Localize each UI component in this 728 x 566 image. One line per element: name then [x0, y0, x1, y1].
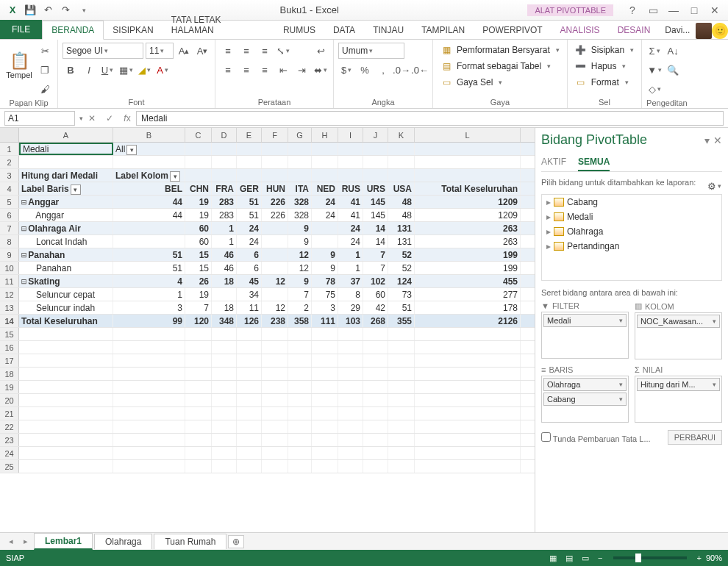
- cell[interactable]: [262, 394, 288, 406]
- column-header[interactable]: I: [338, 128, 363, 142]
- cell[interactable]: [212, 368, 237, 380]
- cell[interactable]: [185, 328, 212, 340]
- zoom-in-icon[interactable]: +: [693, 554, 706, 562]
- cell[interactable]: 263: [415, 222, 521, 234]
- cell[interactable]: RUS: [338, 182, 363, 195]
- row-header[interactable]: 24: [0, 447, 19, 459]
- increase-indent-icon[interactable]: ⇥: [293, 62, 310, 78]
- cell[interactable]: [388, 447, 415, 459]
- cell[interactable]: 9: [288, 235, 312, 248]
- cell[interactable]: [212, 407, 237, 420]
- row-header[interactable]: 9: [0, 248, 19, 261]
- name-box[interactable]: A1: [4, 111, 75, 126]
- cell[interactable]: [312, 460, 338, 473]
- cell[interactable]: [288, 156, 312, 168]
- column-header[interactable]: K: [388, 128, 415, 142]
- cell[interactable]: 48: [388, 209, 415, 221]
- cell[interactable]: [312, 381, 338, 393]
- cell[interactable]: [212, 354, 237, 367]
- cell[interactable]: 355: [388, 315, 415, 327]
- cell[interactable]: [113, 341, 185, 354]
- cell[interactable]: 44: [113, 196, 185, 208]
- cell[interactable]: 199: [415, 262, 521, 274]
- cell[interactable]: [363, 460, 388, 473]
- cell[interactable]: [338, 394, 363, 406]
- sheet-tab-1[interactable]: Lembar1: [34, 533, 93, 550]
- row-field-1[interactable]: Olahraga▾: [543, 378, 627, 391]
- cell[interactable]: 24: [338, 222, 363, 234]
- filter-field[interactable]: Medali▾: [543, 314, 627, 327]
- cell[interactable]: [388, 394, 415, 406]
- cell[interactable]: 1209: [415, 209, 521, 221]
- cell[interactable]: [338, 354, 363, 367]
- cell[interactable]: [415, 460, 521, 473]
- row-header[interactable]: 18: [0, 368, 19, 380]
- row-header[interactable]: 12: [0, 288, 19, 301]
- cell[interactable]: 24: [338, 235, 363, 248]
- tab-view[interactable]: TAMPILAN: [413, 21, 474, 39]
- cell[interactable]: 11: [237, 301, 262, 314]
- maximize-icon[interactable]: □: [685, 2, 703, 18]
- filter-drop-area[interactable]: Medali▾: [541, 312, 629, 359]
- row-header[interactable]: 8: [0, 235, 19, 248]
- cell[interactable]: 131: [388, 235, 415, 248]
- row-header[interactable]: 1: [0, 143, 19, 155]
- cell-styles-button[interactable]: ▭Gaya Sel▾: [438, 75, 563, 90]
- cell[interactable]: [185, 434, 212, 446]
- cell[interactable]: [185, 143, 212, 155]
- cell[interactable]: [388, 354, 415, 367]
- cell[interactable]: 75: [312, 288, 338, 301]
- format-cells-button[interactable]: ▭Format▾: [572, 75, 637, 90]
- column-header[interactable]: D: [212, 128, 237, 142]
- cell[interactable]: [262, 248, 288, 261]
- sheet-tab-3[interactable]: Tuan Rumah: [154, 534, 226, 549]
- cell[interactable]: 9: [312, 262, 338, 274]
- row-header[interactable]: 21: [0, 407, 19, 420]
- cell[interactable]: [185, 341, 212, 354]
- view-pagebreak-icon[interactable]: ▭: [577, 554, 593, 563]
- cell[interactable]: [262, 354, 288, 367]
- cell[interactable]: 131: [388, 222, 415, 234]
- cell[interactable]: [363, 341, 388, 354]
- cell[interactable]: 46: [212, 248, 237, 261]
- cell[interactable]: 2: [288, 301, 312, 314]
- refresh-button[interactable]: PERBARUI: [668, 430, 722, 445]
- cell[interactable]: Label Kolom▾: [113, 169, 185, 182]
- tab-layout[interactable]: TATA LETAK HALAMAN: [163, 11, 274, 39]
- cell[interactable]: 45: [237, 275, 262, 287]
- cell[interactable]: [113, 354, 185, 367]
- cell[interactable]: 1: [113, 288, 185, 301]
- cell[interactable]: 268: [363, 315, 388, 327]
- cell[interactable]: [388, 420, 415, 433]
- column-header[interactable]: F: [262, 128, 288, 142]
- row-header[interactable]: 11: [0, 275, 19, 287]
- cell[interactable]: [262, 447, 288, 459]
- collapse-icon[interactable]: ⊟: [21, 223, 26, 234]
- cell[interactable]: 46: [212, 262, 237, 274]
- cell[interactable]: [388, 434, 415, 446]
- cell[interactable]: 29: [338, 301, 363, 314]
- cell[interactable]: [388, 169, 415, 182]
- row-header[interactable]: 3: [0, 169, 19, 182]
- column-header[interactable]: H: [312, 128, 338, 142]
- grid-body[interactable]: 1MedaliAll▾23Hitung dari MedaliLabel Kol…: [0, 143, 535, 532]
- cell[interactable]: [113, 420, 185, 433]
- cell[interactable]: [262, 407, 288, 420]
- cell[interactable]: GER: [237, 182, 262, 195]
- save-icon[interactable]: 💾: [22, 2, 38, 18]
- cell[interactable]: [185, 368, 212, 380]
- cell[interactable]: [312, 394, 338, 406]
- comma-icon[interactable]: ,: [375, 62, 391, 78]
- align-top-icon[interactable]: ≡: [220, 43, 236, 59]
- row-header[interactable]: 23: [0, 434, 19, 446]
- cell[interactable]: 120: [185, 315, 212, 327]
- align-center-icon[interactable]: ≡: [238, 62, 254, 78]
- cell[interactable]: 18: [212, 301, 237, 314]
- cell[interactable]: [338, 434, 363, 446]
- tab-insert[interactable]: SISIPKAN: [104, 21, 162, 39]
- cell[interactable]: 9: [288, 275, 312, 287]
- cell[interactable]: 99: [113, 315, 185, 327]
- cell[interactable]: [363, 434, 388, 446]
- cell[interactable]: [415, 434, 521, 446]
- font-color-button[interactable]: A▾: [154, 62, 171, 78]
